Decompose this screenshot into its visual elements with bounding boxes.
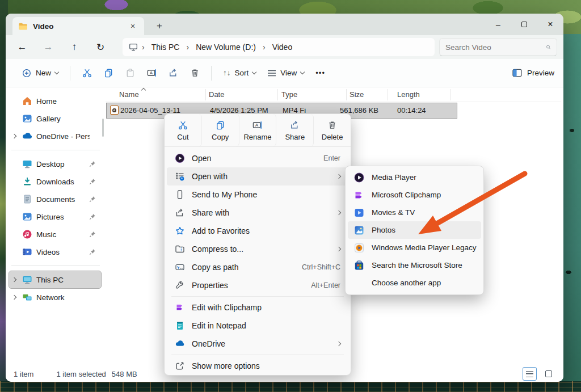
column-divider[interactable] [277,89,278,100]
menu-item-add-to-favorites[interactable]: Add to Favorites [167,222,348,240]
quick-rename-button[interactable]: A Rename [239,114,277,146]
column-divider[interactable] [450,89,451,100]
menu-item-copy-as-path[interactable]: Copy as path Ctrl+Shift+C [167,258,348,276]
refresh-button[interactable]: ↻ [91,39,110,56]
quick-copy-button[interactable]: Copy [202,114,239,146]
menu-shortcut: Enter [323,154,340,162]
music-icon [22,229,33,240]
menu-item-edit-with-clipchamp[interactable]: Edit with Clipchamp [167,298,348,317]
column-divider[interactable] [346,89,347,100]
toolbar-divider [211,66,212,81]
submenu-item-media-player[interactable]: Media Player [348,168,481,186]
menu-item-properties[interactable]: Properties Alt+Enter [167,276,348,294]
details-view-button[interactable] [523,367,537,381]
column-date[interactable]: Date [209,90,224,99]
back-button[interactable]: ← [12,39,32,56]
new-tab-button[interactable]: + [152,19,167,33]
icons-view-button[interactable] [541,367,555,381]
sidebar-item-documents[interactable]: Documents [9,191,101,208]
paste-button[interactable] [119,64,141,83]
sidebar-scrollbar[interactable] [102,119,104,137]
sidebar-item-music[interactable]: Music [9,226,101,243]
new-button[interactable]: New [16,65,64,82]
minimize-button[interactable]: – [485,14,511,35]
close-button[interactable]: × [537,14,563,35]
expand-chevron-icon[interactable] [12,134,16,138]
up-button[interactable]: ↑ [65,39,84,56]
sidebar-item-downloads[interactable]: Downloads [9,173,101,190]
sidebar-item-gallery[interactable]: Gallery [9,110,101,127]
sidebar-item-label: Downloads [36,178,90,186]
submenu-item-microsoft-clipchamp[interactable]: Microsoft Clipchamp [348,186,481,204]
view-button[interactable]: View [262,65,310,81]
share-icon [289,120,300,130]
submenu-item-photos[interactable]: Photos [348,221,481,239]
column-length[interactable]: Length [397,90,420,99]
breadcrumb-this-pc[interactable]: This PC [148,41,183,53]
sidebar-item-home[interactable]: Home [9,92,101,109]
network-icon [22,292,33,303]
menu-item-onedrive[interactable]: OneDrive [167,335,348,353]
sidebar-item-label: Desktop [36,160,90,168]
search-icon[interactable] [546,43,551,52]
menu-item-send-to-phone[interactable]: Send to My Phone [167,186,348,204]
copy-icon [103,68,114,78]
expand-chevron-icon[interactable] [12,295,16,300]
submenu-item-wmp-legacy[interactable]: Windows Media Player Legacy [348,239,481,256]
forward-button[interactable]: → [39,39,58,56]
svg-text:A: A [255,123,259,128]
breadcrumb-video[interactable]: Video [269,41,296,53]
submenu-item-choose-another-app[interactable]: Choose another app [348,274,481,292]
svg-text:A: A [149,70,153,75]
menu-divider [171,355,344,355]
sort-button[interactable]: ↑↓ Sort [217,65,262,81]
background-water [562,34,581,392]
quick-actions: Cut Copy A Rename Share Del [165,114,351,147]
maximize-button[interactable] [511,14,537,35]
submenu-item-label: Photos [372,226,395,234]
cut-button[interactable] [76,64,98,83]
search-input[interactable] [445,43,546,52]
gallery-icon [22,113,33,124]
menu-item-compress-to[interactable]: Compress to... [167,240,348,258]
menu-item-open[interactable]: Open Enter [167,149,348,167]
menu-item-edit-in-notepad[interactable]: Edit in Notepad [167,317,348,335]
breadcrumb-new-volume[interactable]: New Volume (D:) [192,41,259,53]
submenu-item-movies-tv[interactable]: Movies & TV [348,204,481,221]
preview-button[interactable]: Preview [512,68,554,78]
column-name[interactable]: Name [119,90,139,99]
delete-button[interactable] [184,64,205,83]
toolbar-divider [70,66,70,81]
copy-button[interactable] [98,64,119,83]
icons-view-icon [545,370,552,377]
column-divider[interactable] [205,89,206,100]
column-divider[interactable] [388,89,388,100]
pin-icon [89,195,96,203]
sidebar-item-network[interactable]: Network [9,289,101,306]
sidebar-item-pictures[interactable]: Pictures [9,208,101,225]
column-size[interactable]: Size [350,90,364,99]
see-more-button[interactable]: ••• [310,65,331,81]
menu-item-share-with[interactable]: Share with [167,204,348,222]
submenu-item-search-store[interactable]: Search the Microsoft Store [348,256,481,274]
expand-chevron-icon[interactable] [12,277,16,282]
rename-button[interactable]: A [141,64,162,83]
preview-pane-icon [512,68,523,78]
menu-item-open-with[interactable]: Open with [167,167,348,186]
column-type[interactable]: Type [281,90,297,99]
sidebar-item-this-pc[interactable]: This PC [9,271,101,288]
menu-item-show-more-options[interactable]: Show more options [167,357,348,375]
view-toggles [523,367,555,381]
tab-video[interactable]: Video × [12,17,144,35]
sidebar-item-desktop[interactable]: Desktop [9,155,101,172]
quick-cut-button[interactable]: Cut [165,114,202,146]
sidebar-item-label: Network [36,293,90,302]
quick-delete-button[interactable]: Delete [314,114,351,146]
sidebar-item-videos[interactable]: Videos [9,243,101,260]
share-button[interactable] [162,64,184,83]
sidebar-item-onedrive[interactable]: OneDrive - Persona [9,128,101,145]
quick-share-button[interactable]: Share [276,114,314,146]
wrench-icon [175,280,185,290]
tab-close-icon[interactable]: × [127,20,138,32]
chevron-down-icon [252,70,256,74]
